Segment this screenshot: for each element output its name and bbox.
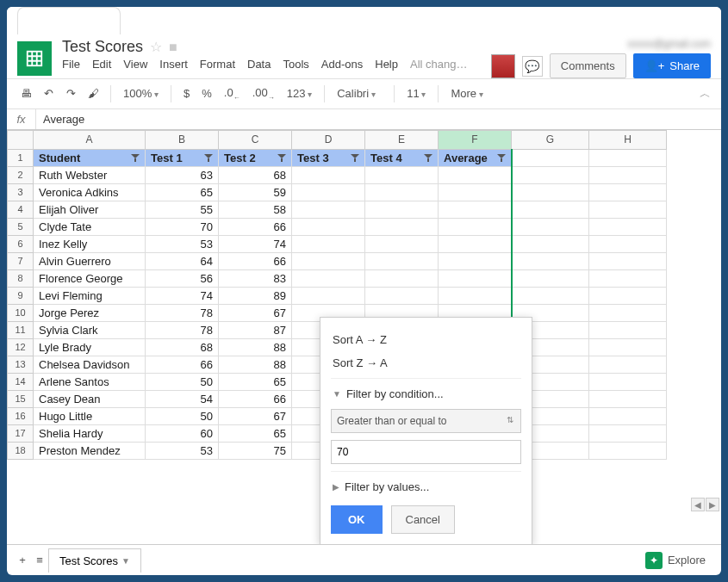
data-cell[interactable]: 67 xyxy=(219,407,292,424)
row-header-5[interactable]: 5 xyxy=(8,218,34,235)
data-cell[interactable] xyxy=(292,235,365,252)
row-header-13[interactable]: 13 xyxy=(8,356,34,373)
data-cell[interactable]: Lyle Brady xyxy=(34,338,146,356)
menu-tools[interactable]: Tools xyxy=(283,58,308,71)
row-header-14[interactable]: 14 xyxy=(8,373,34,390)
share-button[interactable]: 👤+ Share xyxy=(633,53,711,78)
data-cell[interactable] xyxy=(365,269,439,287)
sort-az-option[interactable]: Sort A → Z xyxy=(331,328,521,351)
data-cell[interactable] xyxy=(589,407,667,424)
filter-by-values-toggle[interactable]: ▶ Filter by values... xyxy=(331,475,521,498)
data-cell[interactable]: Levi Fleming xyxy=(34,287,146,304)
data-cell[interactable] xyxy=(365,166,439,183)
explore-button[interactable]: ✦ Explore xyxy=(637,548,714,573)
data-cell[interactable]: 74 xyxy=(146,287,219,304)
data-cell[interactable]: 65 xyxy=(219,424,292,442)
collapse-toolbar-icon[interactable]: ︿ xyxy=(700,86,711,102)
filter-icon[interactable] xyxy=(276,152,288,164)
menu-file[interactable]: File xyxy=(62,58,80,71)
menu-data[interactable]: Data xyxy=(247,58,271,71)
filter-header-cell[interactable]: Test 3 xyxy=(292,149,365,166)
row-header-6[interactable]: 6 xyxy=(8,235,34,252)
filter-icon[interactable] xyxy=(422,152,434,164)
data-cell[interactable] xyxy=(365,218,439,235)
redo-icon[interactable]: ↷ xyxy=(62,85,79,102)
more-toolbar-button[interactable]: More xyxy=(447,85,486,102)
data-cell[interactable]: 63 xyxy=(146,166,219,183)
sort-za-option[interactable]: Sort Z → A xyxy=(331,351,521,375)
filter-icon[interactable] xyxy=(495,152,507,164)
data-cell[interactable]: 66 xyxy=(219,252,292,269)
undo-icon[interactable]: ↶ xyxy=(40,85,57,102)
data-cell[interactable] xyxy=(439,201,512,218)
data-cell[interactable] xyxy=(589,373,667,390)
data-cell[interactable]: Alvin Guerrero xyxy=(34,252,146,269)
data-cell[interactable] xyxy=(512,252,589,269)
filter-header-cell[interactable]: Test 1 xyxy=(146,149,219,166)
data-cell[interactable]: 89 xyxy=(219,287,292,304)
data-cell[interactable] xyxy=(439,252,512,269)
data-cell[interactable]: 64 xyxy=(146,252,219,269)
data-cell[interactable] xyxy=(365,201,439,218)
add-sheet-icon[interactable]: + xyxy=(14,552,31,569)
condition-value-input[interactable] xyxy=(331,440,521,464)
data-cell[interactable] xyxy=(589,269,667,287)
data-cell[interactable] xyxy=(589,166,667,183)
data-cell[interactable] xyxy=(589,338,667,356)
menu-format[interactable]: Format xyxy=(200,58,235,71)
currency-button[interactable]: $ xyxy=(180,85,193,102)
decrease-decimal-button[interactable]: .0← xyxy=(221,84,244,103)
data-cell[interactable] xyxy=(589,218,667,235)
row-header-12[interactable]: 12 xyxy=(8,338,34,356)
data-cell[interactable]: Casey Dean xyxy=(34,390,146,407)
data-cell[interactable]: 74 xyxy=(219,235,292,252)
all-changes-text[interactable]: All chang… xyxy=(410,58,467,71)
data-cell[interactable] xyxy=(589,183,667,201)
sheets-logo-icon[interactable] xyxy=(17,41,52,76)
data-cell[interactable]: Clyde Tate xyxy=(34,218,146,235)
data-cell[interactable] xyxy=(512,235,589,252)
data-cell[interactable]: 53 xyxy=(146,235,219,252)
data-cell[interactable] xyxy=(439,269,512,287)
data-cell[interactable] xyxy=(589,321,667,338)
empty-cell[interactable] xyxy=(589,149,667,166)
comments-button[interactable]: Comments xyxy=(550,53,626,78)
filter-header-cell[interactable]: Student xyxy=(34,149,146,166)
row-header-4[interactable]: 4 xyxy=(8,201,34,218)
data-cell[interactable] xyxy=(292,269,365,287)
data-cell[interactable]: 88 xyxy=(219,338,292,356)
data-cell[interactable]: 59 xyxy=(219,183,292,201)
data-cell[interactable]: 87 xyxy=(219,321,292,338)
increase-decimal-button[interactable]: .00→ xyxy=(249,84,278,103)
col-header-H[interactable]: H xyxy=(589,130,667,149)
col-header-F[interactable]: F xyxy=(439,130,512,149)
data-cell[interactable] xyxy=(292,183,365,201)
filter-header-cell[interactable]: Average xyxy=(439,149,512,166)
data-cell[interactable]: 53 xyxy=(146,442,219,459)
data-cell[interactable]: Florence George xyxy=(34,269,146,287)
paint-format-icon[interactable]: 🖌 xyxy=(84,85,102,102)
data-cell[interactable] xyxy=(589,424,667,442)
data-cell[interactable] xyxy=(439,287,512,304)
font-select[interactable]: Calibri xyxy=(333,85,385,102)
zoom-select[interactable]: 100% xyxy=(120,85,162,102)
menu-help[interactable]: Help xyxy=(375,58,398,71)
empty-cell[interactable] xyxy=(512,149,589,166)
data-cell[interactable]: 56 xyxy=(146,269,219,287)
menu-edit[interactable]: Edit xyxy=(92,58,111,71)
row-header-15[interactable]: 15 xyxy=(8,390,34,407)
data-cell[interactable] xyxy=(292,252,365,269)
col-header-G[interactable]: G xyxy=(512,130,589,149)
row-header-7[interactable]: 7 xyxy=(8,252,34,269)
data-cell[interactable] xyxy=(439,166,512,183)
avatar[interactable] xyxy=(491,54,515,78)
data-cell[interactable] xyxy=(589,235,667,252)
data-cell[interactable]: 67 xyxy=(219,304,292,321)
data-cell[interactable]: 55 xyxy=(146,201,219,218)
data-cell[interactable]: 65 xyxy=(219,373,292,390)
row-header-16[interactable]: 16 xyxy=(8,407,34,424)
col-header-A[interactable]: A xyxy=(34,130,146,149)
data-cell[interactable] xyxy=(589,304,667,321)
data-cell[interactable] xyxy=(512,269,589,287)
fx-input[interactable]: Average xyxy=(36,109,721,129)
